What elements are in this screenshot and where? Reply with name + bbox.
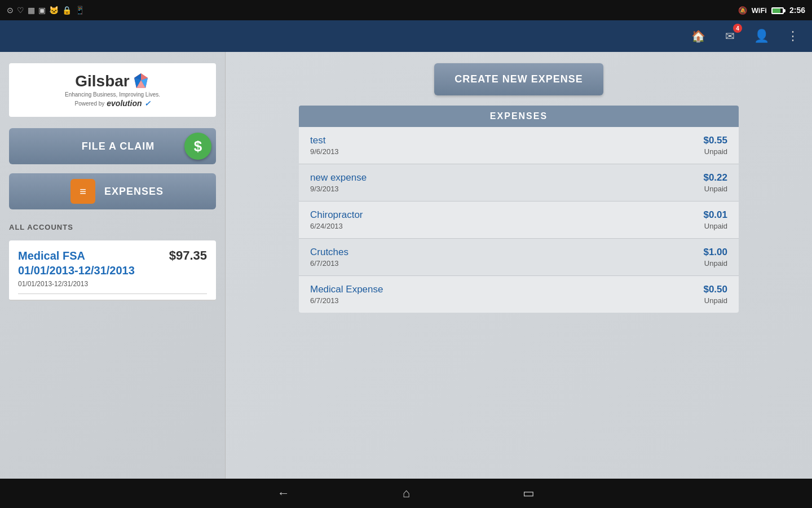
expense-status: Unpaid bbox=[704, 259, 727, 268]
expense-amount: $1.00 bbox=[703, 247, 727, 258]
cat-icon: 🐱 bbox=[49, 6, 59, 15]
user-icon: 👤 bbox=[754, 29, 769, 43]
expense-left: new expense 9/3/2013 bbox=[310, 172, 367, 193]
status-bar: ⊙ ♡ ▦ ▣ 🐱 🔒 📱 🔕 WiFi 2:56 bbox=[0, 0, 812, 20]
expense-status: Unpaid bbox=[704, 147, 727, 156]
notification-badge: 4 bbox=[733, 24, 742, 33]
home-button[interactable]: 🏠 bbox=[688, 26, 708, 46]
expenses-section: EXPENSES test 9/6/2013 $0.55 Unpaid new … bbox=[299, 106, 739, 313]
menu-button[interactable]: ⋮ bbox=[783, 26, 803, 46]
recents-button[interactable]: ▭ bbox=[523, 486, 535, 501]
kebab-menu-icon: ⋮ bbox=[787, 29, 799, 43]
brand-name: Gilsbar bbox=[75, 72, 129, 90]
expense-right: $0.50 Unpaid bbox=[703, 284, 727, 305]
expense-amount: $0.55 bbox=[703, 135, 727, 146]
notifications-button[interactable]: ✉ 4 bbox=[720, 26, 740, 46]
brand-logo: Gilsbar bbox=[75, 72, 149, 90]
expense-name: Chiropractor bbox=[310, 209, 363, 221]
powered-by-label: Powered by bbox=[74, 100, 104, 107]
receipt-icon: ≡ bbox=[70, 179, 95, 204]
battery-icon bbox=[771, 6, 785, 15]
expense-left: Medical Expense 6/7/2013 bbox=[310, 284, 383, 305]
home-nav-button[interactable]: ⌂ bbox=[403, 486, 410, 501]
expenses-button[interactable]: ≡ EXPENSES bbox=[9, 173, 216, 209]
expense-left: Crutches 6/7/2013 bbox=[310, 247, 348, 268]
image-icon: ▣ bbox=[38, 6, 46, 15]
dollar-icon: $ bbox=[184, 133, 211, 160]
expense-name: test bbox=[310, 135, 339, 146]
heart-icon: ♡ bbox=[17, 6, 24, 15]
wifi-icon: WiFi bbox=[752, 6, 767, 15]
account-divider bbox=[18, 294, 207, 294]
account-balance: $97.35 bbox=[169, 248, 207, 263]
powered-brand-label: evolution bbox=[107, 99, 142, 108]
sidebar: Gilsbar Enhancing Business, Improving Li… bbox=[0, 52, 226, 479]
user-button[interactable]: 👤 bbox=[751, 26, 771, 46]
lock-icon: 🔒 bbox=[62, 6, 72, 15]
account-name: Medical FSA01/01/2013-12/31/2013 bbox=[18, 248, 135, 278]
expense-date: 9/3/2013 bbox=[310, 185, 367, 193]
expenses-nav-label: EXPENSES bbox=[104, 186, 164, 198]
create-new-expense-button[interactable]: CREATE NEW EXPENSE bbox=[434, 63, 603, 95]
logo-tagline: Enhancing Business, Improving Lives. bbox=[65, 91, 160, 98]
back-button[interactable]: ← bbox=[277, 486, 290, 501]
time-display: 2:56 bbox=[789, 6, 805, 15]
expense-status: Unpaid bbox=[704, 296, 727, 305]
status-icons-left: ⊙ ♡ ▦ ▣ 🐱 🔒 📱 bbox=[7, 6, 85, 15]
expense-left: test 9/6/2013 bbox=[310, 135, 339, 156]
account-date-range: 01/01/2013-12/31/2013 bbox=[18, 280, 207, 288]
circle-icon: ⊙ bbox=[7, 6, 14, 15]
expense-name: Crutches bbox=[310, 247, 348, 258]
file-claim-label: FILE A CLAIM bbox=[82, 141, 155, 152]
diamond-logo-icon bbox=[132, 72, 150, 90]
right-panel: CREATE NEW EXPENSE EXPENSES test 9/6/201… bbox=[226, 52, 812, 479]
mail-icon: ✉ bbox=[725, 29, 735, 43]
expense-list-item[interactable]: Chiropractor 6/24/2013 $0.01 Unpaid bbox=[299, 202, 739, 239]
expense-list-item[interactable]: Crutches 6/7/2013 $1.00 Unpaid bbox=[299, 239, 739, 276]
phone-icon: 📱 bbox=[75, 6, 85, 15]
expense-amount: $0.50 bbox=[703, 284, 727, 295]
silent-icon: 🔕 bbox=[738, 6, 747, 15]
expense-amount: $0.01 bbox=[703, 209, 727, 221]
expense-right: $1.00 Unpaid bbox=[703, 247, 727, 268]
expense-date: 6/24/2013 bbox=[310, 222, 363, 230]
expense-right: $0.01 Unpaid bbox=[703, 209, 727, 230]
expense-list-item[interactable]: test 9/6/2013 $0.55 Unpaid bbox=[299, 127, 739, 164]
header-bar: 🏠 ✉ 4 👤 ⋮ bbox=[0, 20, 812, 52]
expense-list-item[interactable]: Medical Expense 6/7/2013 $0.50 Unpaid bbox=[299, 276, 739, 313]
expense-right: $0.55 Unpaid bbox=[703, 135, 727, 156]
expense-list: test 9/6/2013 $0.55 Unpaid new expense 9… bbox=[299, 127, 739, 313]
logo-area: Gilsbar Enhancing Business, Improving Li… bbox=[9, 63, 216, 117]
expense-name: Medical Expense bbox=[310, 284, 383, 295]
expense-right: $0.22 Unpaid bbox=[703, 172, 727, 193]
status-icons-right: 🔕 WiFi 2:56 bbox=[738, 6, 805, 15]
expense-list-item[interactable]: new expense 9/3/2013 $0.22 Unpaid bbox=[299, 164, 739, 202]
expense-date: 6/7/2013 bbox=[310, 259, 348, 268]
file-claim-button[interactable]: FILE A CLAIM $ bbox=[9, 128, 216, 164]
all-accounts-label: ALL ACCOUNTS bbox=[9, 223, 216, 231]
expenses-section-header: EXPENSES bbox=[299, 106, 739, 127]
expense-date: 6/7/2013 bbox=[310, 296, 383, 305]
account-card[interactable]: Medical FSA01/01/2013-12/31/2013 $97.35 … bbox=[9, 240, 216, 301]
expense-status: Unpaid bbox=[704, 222, 727, 230]
expense-date: 9/6/2013 bbox=[310, 147, 339, 156]
expense-name: new expense bbox=[310, 172, 367, 183]
wifi-signal-icon: ▦ bbox=[28, 6, 35, 15]
main-layout: Gilsbar Enhancing Business, Improving Li… bbox=[0, 52, 812, 479]
expense-amount: $0.22 bbox=[703, 172, 727, 183]
bottom-nav-bar: ← ⌂ ▭ bbox=[0, 479, 812, 508]
expense-status: Unpaid bbox=[704, 185, 727, 193]
account-row: Medical FSA01/01/2013-12/31/2013 $97.35 bbox=[18, 248, 207, 278]
expense-left: Chiropractor 6/24/2013 bbox=[310, 209, 363, 230]
